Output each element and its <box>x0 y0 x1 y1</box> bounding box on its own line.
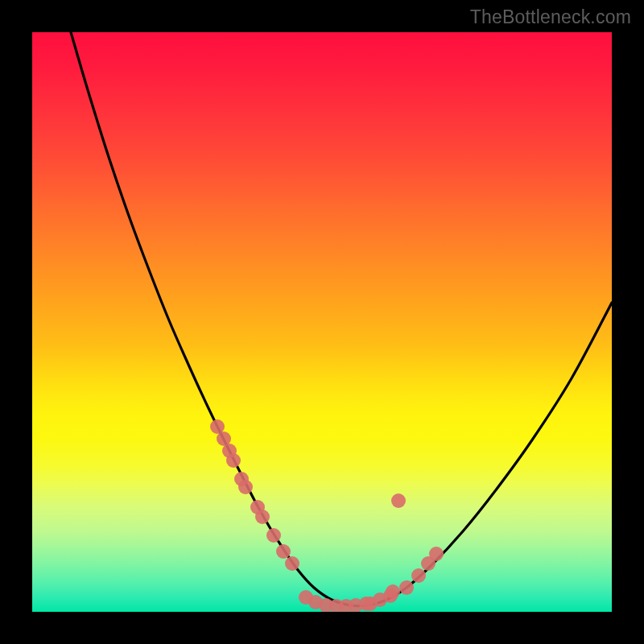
chart-frame: TheBottleneck.com <box>0 0 644 644</box>
data-marker <box>386 584 400 599</box>
data-marker <box>238 480 253 494</box>
marker-group <box>210 419 444 612</box>
data-marker <box>391 493 406 508</box>
bottleneck-curve-svg <box>32 32 612 612</box>
data-marker <box>255 510 270 524</box>
data-marker <box>276 544 291 559</box>
plot-area <box>32 32 612 612</box>
data-marker <box>226 453 241 468</box>
data-marker <box>399 580 414 595</box>
data-marker <box>285 556 299 571</box>
watermark-text: TheBottleneck.com <box>470 6 631 28</box>
data-marker <box>429 547 444 561</box>
data-marker <box>266 528 281 543</box>
data-marker <box>411 568 426 583</box>
bottleneck-curve <box>71 32 612 606</box>
